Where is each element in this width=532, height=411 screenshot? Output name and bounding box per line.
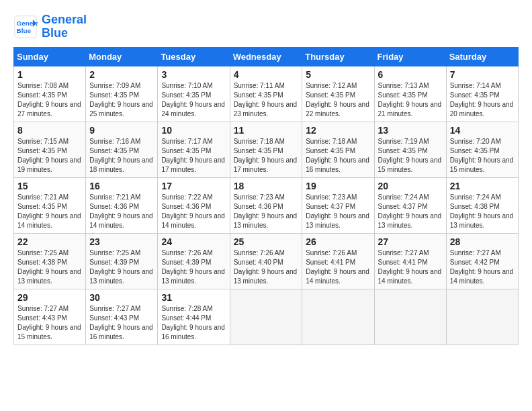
calendar-week-row: 8 Sunrise: 7:15 AM Sunset: 4:35 PM Dayli… xyxy=(14,122,519,177)
day-info: Sunrise: 7:18 AM Sunset: 4:35 PM Dayligh… xyxy=(306,137,370,175)
day-number: 28 xyxy=(450,236,515,247)
day-info: Sunrise: 7:11 AM Sunset: 4:35 PM Dayligh… xyxy=(234,81,299,119)
calendar-cell: 13 Sunrise: 7:19 AM Sunset: 4:35 PM Dayl… xyxy=(374,122,446,177)
day-info: Sunrise: 7:13 AM Sunset: 4:35 PM Dayligh… xyxy=(378,81,443,119)
weekday-header-wednesday: Wednesday xyxy=(230,47,302,66)
day-number: 9 xyxy=(89,125,154,136)
day-number: 3 xyxy=(161,69,226,80)
day-info: Sunrise: 7:25 AM Sunset: 4:38 PM Dayligh… xyxy=(17,248,82,286)
day-info: Sunrise: 7:24 AM Sunset: 4:38 PM Dayligh… xyxy=(450,193,515,230)
day-number: 20 xyxy=(378,181,443,191)
day-info: Sunrise: 7:26 AM Sunset: 4:40 PM Dayligh… xyxy=(234,248,299,286)
calendar-cell: 26 Sunrise: 7:26 AM Sunset: 4:41 PM Dayl… xyxy=(302,233,374,289)
weekday-header-tuesday: Tuesday xyxy=(158,47,230,66)
day-number: 11 xyxy=(234,125,299,136)
calendar-week-row: 22 Sunrise: 7:25 AM Sunset: 4:38 PM Dayl… xyxy=(14,233,519,289)
calendar-cell: 24 Sunrise: 7:26 AM Sunset: 4:39 PM Dayl… xyxy=(158,233,230,289)
day-number: 14 xyxy=(450,125,515,136)
calendar-cell: 31 Sunrise: 7:28 AM Sunset: 4:44 PM Dayl… xyxy=(158,289,230,345)
calendar-cell xyxy=(230,289,302,345)
day-number: 2 xyxy=(89,69,154,80)
calendar-cell: 22 Sunrise: 7:25 AM Sunset: 4:38 PM Dayl… xyxy=(14,233,86,289)
day-number: 5 xyxy=(306,69,370,80)
day-info: Sunrise: 7:27 AM Sunset: 4:43 PM Dayligh… xyxy=(89,304,154,342)
day-number: 26 xyxy=(306,236,370,247)
weekday-header-row: SundayMondayTuesdayWednesdayThursdayFrid… xyxy=(14,47,519,66)
calendar-cell: 12 Sunrise: 7:18 AM Sunset: 4:35 PM Dayl… xyxy=(302,122,374,177)
calendar-cell: 10 Sunrise: 7:17 AM Sunset: 4:35 PM Dayl… xyxy=(158,122,230,177)
calendar-cell xyxy=(302,289,374,345)
day-number: 4 xyxy=(234,69,299,80)
day-info: Sunrise: 7:19 AM Sunset: 4:35 PM Dayligh… xyxy=(378,137,443,175)
day-number: 15 xyxy=(17,181,82,191)
weekday-header-monday: Monday xyxy=(86,47,158,66)
calendar-cell: 20 Sunrise: 7:24 AM Sunset: 4:37 PM Dayl… xyxy=(374,177,446,233)
calendar-cell: 23 Sunrise: 7:25 AM Sunset: 4:39 PM Dayl… xyxy=(86,233,158,289)
calendar-cell xyxy=(374,289,446,345)
day-number: 22 xyxy=(17,236,82,247)
calendar-cell: 29 Sunrise: 7:27 AM Sunset: 4:43 PM Dayl… xyxy=(14,289,86,345)
calendar-cell: 4 Sunrise: 7:11 AM Sunset: 4:35 PM Dayli… xyxy=(230,66,302,122)
calendar-cell: 28 Sunrise: 7:27 AM Sunset: 4:42 PM Dayl… xyxy=(446,233,518,289)
day-info: Sunrise: 7:10 AM Sunset: 4:35 PM Dayligh… xyxy=(161,81,226,119)
day-number: 27 xyxy=(378,236,443,247)
day-number: 7 xyxy=(450,69,515,80)
day-info: Sunrise: 7:17 AM Sunset: 4:35 PM Dayligh… xyxy=(161,137,226,175)
calendar-cell: 21 Sunrise: 7:24 AM Sunset: 4:38 PM Dayl… xyxy=(446,177,518,233)
logo-text: GeneralBlue xyxy=(42,13,87,40)
day-info: Sunrise: 7:16 AM Sunset: 4:35 PM Dayligh… xyxy=(89,137,154,175)
day-number: 12 xyxy=(306,125,370,136)
calendar-cell: 11 Sunrise: 7:18 AM Sunset: 4:35 PM Dayl… xyxy=(230,122,302,177)
calendar-cell: 5 Sunrise: 7:12 AM Sunset: 4:35 PM Dayli… xyxy=(302,66,374,122)
calendar-cell: 16 Sunrise: 7:21 AM Sunset: 4:36 PM Dayl… xyxy=(86,177,158,233)
day-number: 8 xyxy=(17,125,82,136)
day-info: Sunrise: 7:25 AM Sunset: 4:39 PM Dayligh… xyxy=(89,248,154,286)
day-number: 18 xyxy=(234,181,299,191)
day-info: Sunrise: 7:24 AM Sunset: 4:37 PM Dayligh… xyxy=(378,193,443,230)
calendar-cell: 1 Sunrise: 7:08 AM Sunset: 4:35 PM Dayli… xyxy=(14,66,86,122)
day-info: Sunrise: 7:23 AM Sunset: 4:36 PM Dayligh… xyxy=(234,193,299,230)
calendar-cell xyxy=(446,289,518,345)
day-number: 31 xyxy=(161,292,226,303)
svg-text:Blue: Blue xyxy=(17,27,32,34)
day-info: Sunrise: 7:26 AM Sunset: 4:39 PM Dayligh… xyxy=(161,248,226,286)
calendar-cell: 14 Sunrise: 7:20 AM Sunset: 4:35 PM Dayl… xyxy=(446,122,518,177)
calendar-cell: 7 Sunrise: 7:14 AM Sunset: 4:35 PM Dayli… xyxy=(446,66,518,122)
day-info: Sunrise: 7:27 AM Sunset: 4:42 PM Dayligh… xyxy=(450,248,515,286)
day-info: Sunrise: 7:23 AM Sunset: 4:37 PM Dayligh… xyxy=(306,193,370,230)
day-number: 16 xyxy=(89,181,154,191)
day-info: Sunrise: 7:18 AM Sunset: 4:35 PM Dayligh… xyxy=(234,137,299,175)
day-info: Sunrise: 7:09 AM Sunset: 4:35 PM Dayligh… xyxy=(89,81,154,119)
day-info: Sunrise: 7:12 AM Sunset: 4:35 PM Dayligh… xyxy=(306,81,370,119)
calendar-cell: 19 Sunrise: 7:23 AM Sunset: 4:37 PM Dayl… xyxy=(302,177,374,233)
calendar-cell: 30 Sunrise: 7:27 AM Sunset: 4:43 PM Dayl… xyxy=(86,289,158,345)
day-number: 24 xyxy=(161,236,226,247)
calendar-cell: 18 Sunrise: 7:23 AM Sunset: 4:36 PM Dayl… xyxy=(230,177,302,233)
calendar-cell: 9 Sunrise: 7:16 AM Sunset: 4:35 PM Dayli… xyxy=(86,122,158,177)
day-number: 25 xyxy=(234,236,299,247)
day-number: 1 xyxy=(17,69,82,80)
weekday-header-sunday: Sunday xyxy=(14,47,86,66)
calendar-cell: 6 Sunrise: 7:13 AM Sunset: 4:35 PM Dayli… xyxy=(374,66,446,122)
calendar-week-row: 29 Sunrise: 7:27 AM Sunset: 4:43 PM Dayl… xyxy=(14,289,519,345)
day-number: 21 xyxy=(450,181,515,191)
weekday-header-saturday: Saturday xyxy=(446,47,518,66)
calendar-cell: 17 Sunrise: 7:22 AM Sunset: 4:36 PM Dayl… xyxy=(158,177,230,233)
page-header: General Blue GeneralBlue xyxy=(13,13,519,40)
logo: General Blue GeneralBlue xyxy=(13,13,87,40)
day-number: 10 xyxy=(161,125,226,136)
calendar-week-row: 15 Sunrise: 7:21 AM Sunset: 4:35 PM Dayl… xyxy=(14,177,519,233)
day-number: 29 xyxy=(17,292,82,303)
day-info: Sunrise: 7:22 AM Sunset: 4:36 PM Dayligh… xyxy=(161,193,226,230)
calendar-cell: 25 Sunrise: 7:26 AM Sunset: 4:40 PM Dayl… xyxy=(230,233,302,289)
day-info: Sunrise: 7:28 AM Sunset: 4:44 PM Dayligh… xyxy=(161,304,226,342)
calendar-cell: 2 Sunrise: 7:09 AM Sunset: 4:35 PM Dayli… xyxy=(86,66,158,122)
day-info: Sunrise: 7:08 AM Sunset: 4:35 PM Dayligh… xyxy=(17,81,82,119)
calendar-cell: 8 Sunrise: 7:15 AM Sunset: 4:35 PM Dayli… xyxy=(14,122,86,177)
calendar-table: SundayMondayTuesdayWednesdayThursdayFrid… xyxy=(13,47,519,345)
calendar-cell: 15 Sunrise: 7:21 AM Sunset: 4:35 PM Dayl… xyxy=(14,177,86,233)
day-info: Sunrise: 7:21 AM Sunset: 4:35 PM Dayligh… xyxy=(17,193,82,230)
day-info: Sunrise: 7:27 AM Sunset: 4:41 PM Dayligh… xyxy=(378,248,443,286)
calendar-cell: 3 Sunrise: 7:10 AM Sunset: 4:35 PM Dayli… xyxy=(158,66,230,122)
day-info: Sunrise: 7:21 AM Sunset: 4:36 PM Dayligh… xyxy=(89,193,154,230)
